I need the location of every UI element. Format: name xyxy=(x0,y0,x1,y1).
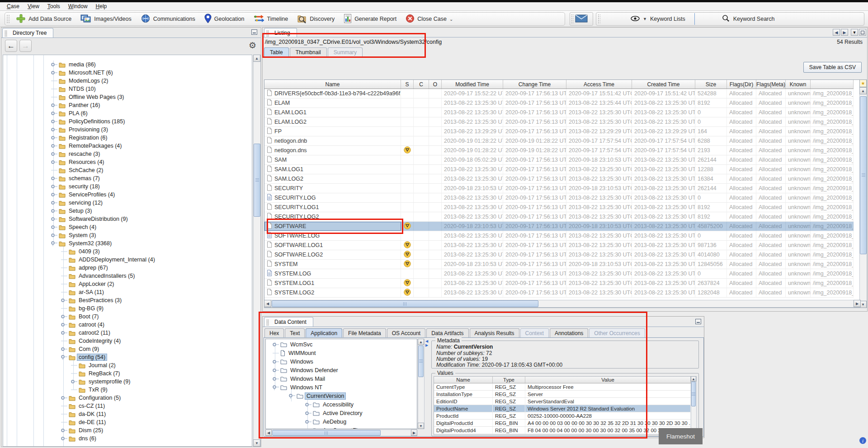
tree-item-com[interactable]: Com (9) xyxy=(3,345,100,353)
column-header-location[interactable] xyxy=(811,80,854,89)
table-row-security[interactable]: SECURITY2020-09-18 23:10:53 UTC2020-09-1… xyxy=(264,184,854,193)
tree-item-system32[interactable]: System32 (3368) xyxy=(3,239,113,247)
column-header-o[interactable]: O xyxy=(429,80,442,89)
tree-collapsed-handle-icon[interactable] xyxy=(51,208,58,214)
tree-collapsed-handle-icon[interactable] xyxy=(61,436,68,441)
tree-item-txr[interactable]: TxR (9) xyxy=(3,386,109,394)
tree-collapsed-handle-icon[interactable] xyxy=(51,176,58,181)
tree-item-resources[interactable]: Resources (4) xyxy=(3,158,106,166)
scrollbar-thumb[interactable] xyxy=(860,96,867,254)
tree-collapsed-handle-icon[interactable] xyxy=(61,298,68,303)
toolbar-button-close-case[interactable]: Close Case⌄ xyxy=(401,13,458,26)
column-chooser-icon[interactable]: ★ xyxy=(859,79,867,87)
table-row-security-log1[interactable]: SECURITY.LOG12013-08-22 13:25:30 UTC2020… xyxy=(264,203,854,212)
back-button[interactable]: ← xyxy=(5,40,17,52)
scroll-up-icon[interactable]: ▲ xyxy=(691,376,696,382)
table-row-system-log2[interactable]: SYSTEM.LOG22013-08-22 13:25:30 UTC2020-0… xyxy=(264,288,854,298)
toolbar-button-communications[interactable]: Communications xyxy=(136,13,200,26)
tree-item-configuration[interactable]: Configuration (5) xyxy=(3,394,122,402)
tab-list-dropdown-icon[interactable]: ▼ xyxy=(851,29,858,36)
tree-collapsed-handle-icon[interactable] xyxy=(51,119,58,124)
tree-collapsed-handle-icon[interactable] xyxy=(51,192,58,197)
tree-collapsed-handle-icon[interactable] xyxy=(51,159,58,165)
table-row-elam-log1[interactable]: ELAM.LOG12013-08-22 13:25:30 UTC2020-09-… xyxy=(264,108,854,117)
table-row-software-log1[interactable]: SOFTWARE.LOG12013-08-22 13:25:30 UTC2020… xyxy=(264,241,854,250)
table-row-drivers-e50cbcff-0b3d-11e3-b794-c222b49a96f2-t[interactable]: DRIVERS{e50cbcff-0b3d-11e3-b794-c222b49a… xyxy=(264,89,854,98)
tree-collapsed-handle-icon[interactable] xyxy=(51,135,58,140)
tree-item-servicing[interactable]: servicing (12) xyxy=(3,199,104,207)
tree-item-cs-cz[interactable]: cs-CZ (11) xyxy=(3,402,106,410)
menu-item-tools[interactable]: Tools xyxy=(43,2,64,10)
tree-collapsed-handle-icon[interactable] xyxy=(61,330,68,336)
tree-expanded-handle-icon[interactable] xyxy=(51,241,58,246)
toolbar-grip[interactable] xyxy=(598,14,600,24)
tree-item-remotepackages[interactable]: RemotePackages (4) xyxy=(3,142,123,150)
toolbar-button-add-data-source[interactable]: Add Data Source xyxy=(11,12,76,26)
column-header-size[interactable]: Size xyxy=(695,80,727,89)
scroll-left-icon[interactable]: ◀ xyxy=(264,300,271,307)
tree-item-advancedinstallers[interactable]: AdvancedInstallers (5) xyxy=(3,272,136,280)
table-row-netlogon-dnb[interactable]: netlogon.dnb2020-09-19 01:28:22 UTC2020-… xyxy=(264,136,854,146)
keyword-lists-button[interactable]: ▼ Keyword Lists xyxy=(623,16,693,23)
tree-item-system[interactable]: System (3) xyxy=(3,231,97,239)
tree-item-systemprofile[interactable]: systemprofile (9) xyxy=(3,378,132,386)
scroll-right-icon[interactable]: ▶ xyxy=(854,300,861,307)
tree-collapsed-handle-icon[interactable] xyxy=(51,216,58,222)
tree-item-softwaredistribution[interactable]: SoftwareDistribution (9) xyxy=(3,215,129,223)
tree-item-codeintegrity[interactable]: CodeIntegrity (4) xyxy=(3,337,122,345)
tree-collapsed-handle-icon[interactable] xyxy=(61,322,68,327)
save-table-csv-button[interactable]: Save Table as CSV xyxy=(803,62,862,73)
tree-item-boot[interactable]: Boot (7) xyxy=(3,313,100,321)
tree-collapsed-handle-icon[interactable] xyxy=(61,346,68,352)
tree-collapsed-handle-icon[interactable] xyxy=(51,184,58,189)
column-header-known[interactable]: Known xyxy=(786,80,811,89)
table-row-sam-log1[interactable]: SAM.LOG12013-08-22 13:25:30 UTC2020-09-1… xyxy=(264,165,854,174)
menu-item-window[interactable]: Window xyxy=(64,2,92,10)
table-row-elam[interactable]: ELAM2013-08-22 13:25:30 UTC2020-09-17 17… xyxy=(264,98,854,108)
tree-item-0409[interactable]: 0409 (3) xyxy=(3,247,101,256)
column-header-name[interactable]: Name xyxy=(264,80,401,89)
table-row-software-log2[interactable]: SOFTWARE.LOG22013-08-22 13:25:30 UTC2020… xyxy=(264,250,854,260)
table-row-security-log[interactable]: SECURITY.LOG2013-08-22 13:25:30 UTC2020-… xyxy=(264,193,854,203)
tree-collapsed-handle-icon[interactable] xyxy=(51,70,58,75)
tree-item-panther[interactable]: Panther (16) xyxy=(3,101,101,109)
tree-item-microsoft.net[interactable]: Microsoft.NET (6) xyxy=(3,69,114,77)
tree-collapsed-handle-icon[interactable] xyxy=(51,127,58,132)
column-header-created-time[interactable]: Created Time xyxy=(632,80,695,89)
column-header-s[interactable]: S xyxy=(401,80,414,89)
toolbar-button-generate-report[interactable]: Generate Report xyxy=(339,12,401,26)
directory-tree-tab[interactable]: Directory Tree xyxy=(2,28,53,37)
tree-item-bg-bg[interactable]: bg-BG (9) xyxy=(3,304,105,313)
tree-item-ntds[interactable]: NTDS (10) xyxy=(3,85,97,93)
tree-item-schcache[interactable]: SchCache (2) xyxy=(3,166,104,174)
toolbar-grip[interactable] xyxy=(571,14,574,24)
table-row-system[interactable]: SYSTEM2020-09-18 23:10:53 UTC2020-09-17 … xyxy=(264,260,854,269)
tree-collapsed-handle-icon[interactable] xyxy=(61,314,68,319)
scroll-down-icon[interactable]: ▼ xyxy=(253,439,260,447)
tree-item-catroot2[interactable]: catroot2 (11) xyxy=(3,329,112,337)
scroll-up-icon[interactable]: ▲ xyxy=(253,55,260,62)
nav-back-icon[interactable]: ◀ xyxy=(833,29,840,36)
tree-item-ar-sa[interactable]: ar-SA (11) xyxy=(3,288,105,296)
forward-button[interactable]: → xyxy=(19,40,32,52)
column-header-c[interactable]: C xyxy=(414,80,429,89)
gear-icon[interactable]: ⚙ xyxy=(249,40,256,51)
tree-item-applocker[interactable]: AppLocker (2) xyxy=(3,280,116,288)
tree-item-journal[interactable]: Journal (2) xyxy=(3,361,117,369)
tree-item-da-dk[interactable]: da-DK (11) xyxy=(3,410,107,418)
column-header-change-time[interactable]: Change Time xyxy=(503,80,566,89)
tree-item-catroot[interactable]: catroot (4) xyxy=(3,321,106,329)
tree-collapsed-handle-icon[interactable] xyxy=(51,103,58,108)
tree-item-serviceprofiles[interactable]: ServiceProfiles (4) xyxy=(3,191,116,199)
table-vertical-scrollbar[interactable]: ★ ▲ ▼ xyxy=(859,79,867,308)
table-row-system-log[interactable]: SYSTEM.LOG2013-08-22 13:25:30 UTC2020-09… xyxy=(264,269,854,279)
tree-item-de-de[interactable]: de-DE (11) xyxy=(3,418,107,426)
scrollbar-thumb[interactable] xyxy=(691,382,696,406)
menu-item-case[interactable]: Case xyxy=(3,2,24,10)
toolbar-button-discovery[interactable]: Discovery xyxy=(292,12,339,26)
tree-expanded-handle-icon[interactable] xyxy=(61,355,68,360)
tree-collapsed-handle-icon[interactable] xyxy=(51,233,58,238)
tree-item-dns[interactable]: dns (6) xyxy=(3,434,98,443)
toolbar-button-timeline[interactable]: Timeline xyxy=(249,13,292,26)
table-row-netlogon-dns[interactable]: netlogon.dns2020-09-19 01:28:22 UTC2020-… xyxy=(264,146,854,155)
